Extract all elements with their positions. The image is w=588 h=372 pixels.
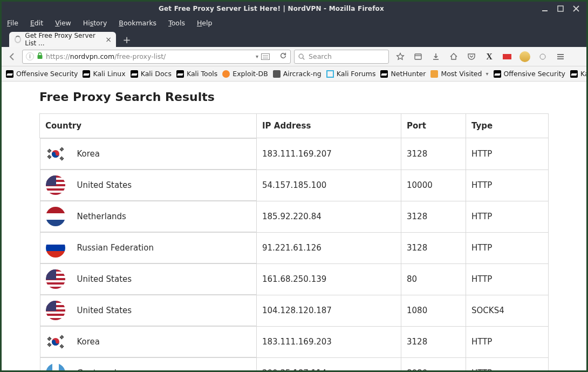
- bookmark-item[interactable]: Offensive Security: [6, 70, 78, 78]
- menu-file[interactable]: File: [7, 19, 18, 27]
- library-button[interactable]: [412, 50, 424, 63]
- ip-address: 183.111.169.203: [257, 326, 401, 357]
- port: 3128: [401, 201, 466, 232]
- port: 3128: [401, 326, 466, 357]
- minimize-button[interactable]: [541, 5, 549, 12]
- svg-rect-4: [38, 55, 43, 59]
- flag-icon: [46, 207, 65, 226]
- noscript-icon[interactable]: X: [483, 50, 495, 63]
- type: HTTP: [466, 263, 549, 295]
- aircrack-icon: [273, 70, 281, 78]
- svg-point-10: [540, 54, 545, 59]
- kali-forums-icon: [326, 70, 334, 78]
- col-type: Type: [466, 114, 549, 138]
- bookmark-item[interactable]: Kali Docs: [131, 70, 172, 78]
- col-port: Port: [401, 114, 466, 138]
- page-viewport[interactable]: Free Proxy Search Results Country IP Add…: [2, 82, 586, 370]
- type: HTTP: [466, 326, 549, 357]
- bookmark-item[interactable]: Most Visited▾: [430, 70, 488, 78]
- type: HTTP: [466, 201, 549, 232]
- kali-icon: [494, 70, 501, 78]
- flag-icon: [46, 175, 65, 195]
- extension-icon[interactable]: [501, 50, 513, 63]
- flag-icon: [46, 144, 65, 164]
- ip-address: 185.92.220.84: [257, 201, 401, 232]
- svg-line-6: [303, 58, 304, 59]
- country-name: United States: [77, 274, 132, 284]
- close-button[interactable]: [572, 5, 580, 12]
- tab-active[interactable]: Get Free Proxy Server List ... ×: [9, 32, 116, 47]
- new-tab-button[interactable]: +: [119, 32, 134, 47]
- menu-edit[interactable]: Edit: [30, 19, 43, 27]
- ip-address: 161.68.250.139: [257, 263, 401, 295]
- menu-help[interactable]: Help: [197, 19, 213, 27]
- country-name: Guatemala: [77, 368, 122, 370]
- reader-mode-icon[interactable]: [261, 53, 270, 60]
- bookmark-item[interactable]: Offensive Security: [494, 70, 565, 78]
- window-title: Get Free Proxy Server List Here! | NordV…: [2, 5, 541, 12]
- bookmark-item[interactable]: Kali Linux: [570, 70, 586, 78]
- page-heading: Free Proxy Search Results: [39, 90, 549, 104]
- kali-icon: [6, 70, 13, 78]
- url-text: https://nordvpn.com/free-proxy-list/: [46, 52, 253, 60]
- url-bar[interactable]: i https://nordvpn.com/free-proxy-list/ ▾: [22, 50, 291, 64]
- exploit-db-icon: [222, 70, 230, 78]
- svg-rect-1: [558, 6, 563, 11]
- table-row: United States104.128.120.1871080SOCKS4: [40, 295, 549, 326]
- bookmark-star-button[interactable]: [394, 50, 406, 63]
- flag-icon: [46, 301, 65, 320]
- extension-2-icon[interactable]: [537, 50, 549, 63]
- tab-close-icon[interactable]: ×: [105, 36, 112, 43]
- port: 10000: [401, 170, 466, 201]
- cookie-icon[interactable]: [519, 50, 531, 63]
- menu-history[interactable]: History: [83, 19, 107, 27]
- tab-title: Get Free Proxy Server List ...: [25, 32, 101, 47]
- port: 80: [401, 263, 466, 295]
- country-name: Russian Federation: [77, 243, 154, 253]
- bookmark-item[interactable]: NetHunter: [380, 70, 426, 78]
- bookmark-item[interactable]: Kali Forums: [326, 70, 376, 78]
- type: HTTP: [466, 170, 549, 201]
- flag-icon: [46, 332, 65, 351]
- ip-address: 104.128.120.187: [257, 295, 401, 326]
- bookmark-item[interactable]: Kali Linux: [83, 70, 125, 78]
- urlbar-dropdown-icon[interactable]: ▾: [256, 53, 258, 59]
- ip-address: 200.35.187.114: [257, 357, 401, 370]
- maximize-button[interactable]: [557, 5, 564, 12]
- search-bar[interactable]: Search: [294, 50, 389, 64]
- site-info-icon[interactable]: i: [26, 52, 34, 60]
- reload-button[interactable]: [279, 52, 287, 61]
- bookmark-item[interactable]: Aircrack-ng: [273, 70, 322, 78]
- back-button[interactable]: [6, 50, 19, 63]
- menu-tools[interactable]: Tools: [168, 19, 185, 27]
- bookmarks-toolbar: Offensive Security Kali Linux Kali Docs …: [2, 66, 586, 82]
- flag-icon: [46, 269, 65, 289]
- type: HTTP: [466, 138, 549, 170]
- bookmark-item[interactable]: Exploit-DB: [222, 70, 268, 78]
- table-row: Korea183.111.169.2073128HTTP: [40, 138, 549, 170]
- country-name: Korea: [77, 337, 100, 347]
- pocket-button[interactable]: [466, 50, 477, 63]
- menubar: File Edit View History Bookmarks Tools H…: [2, 16, 586, 30]
- home-button[interactable]: [448, 50, 460, 63]
- tabbar: Get Free Proxy Server List ... × +: [2, 30, 586, 47]
- kali-icon: [570, 70, 578, 78]
- table-row: Netherlands185.92.220.843128HTTP: [40, 201, 549, 232]
- chevron-down-icon: ▾: [486, 71, 488, 77]
- bookmark-item[interactable]: Kali Tools: [176, 70, 217, 78]
- table-row: Korea183.111.169.2033128HTTP: [40, 326, 549, 357]
- table-row: United States54.157.185.10010000HTTP: [40, 170, 549, 201]
- port: 8080: [401, 357, 466, 370]
- downloads-button[interactable]: [430, 50, 442, 63]
- kali-icon: [380, 70, 388, 78]
- hamburger-menu-button[interactable]: [555, 50, 566, 63]
- folder-icon: [430, 70, 438, 78]
- search-icon: [298, 53, 305, 60]
- type: SOCKS4: [466, 295, 549, 326]
- port: 3128: [401, 232, 466, 263]
- menu-bookmarks[interactable]: Bookmarks: [119, 19, 156, 27]
- ip-address: 183.111.169.207: [257, 138, 401, 170]
- titlebar: Get Free Proxy Server List Here! | NordV…: [2, 2, 586, 16]
- type: HTTP: [466, 357, 549, 370]
- menu-view[interactable]: View: [55, 19, 71, 27]
